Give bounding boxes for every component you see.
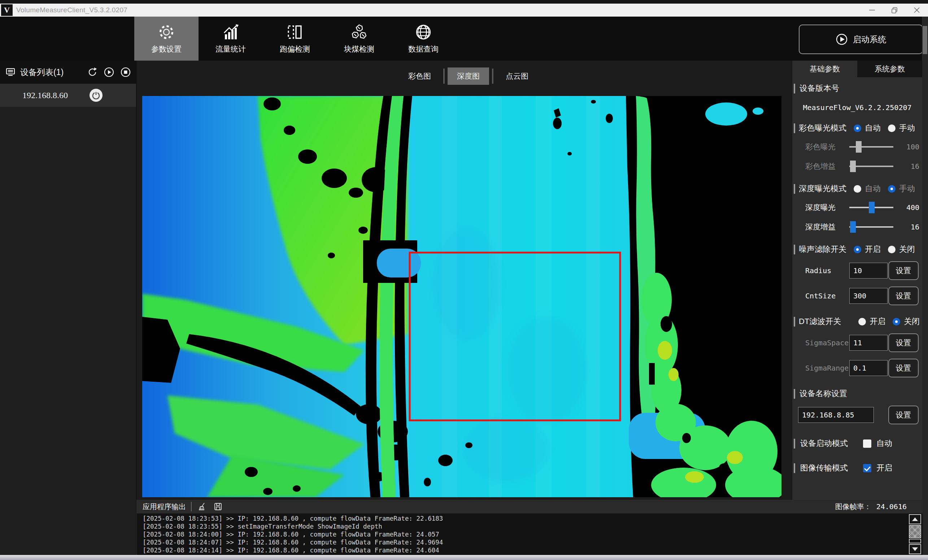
nav-tabs: 参数设置 流量统计 跑偏检测 <box>134 17 455 61</box>
refresh-icon <box>87 67 98 78</box>
depth-exposure-slider[interactable] <box>849 201 893 214</box>
color-exposure-mode-row: 彩色曝光模式 自动 手动 <box>794 123 922 134</box>
color-gain-label: 彩色增益 <box>805 161 844 171</box>
depth-manual-label: 手动 <box>899 183 915 194</box>
color-exposure-slider[interactable] <box>849 141 893 153</box>
titlebar: V VolumeMeasureClient_V5.3.2.0207 <box>0 4 928 17</box>
depth-gain-row: 深度增益 16 <box>805 221 919 233</box>
cntsize-input[interactable] <box>849 288 888 304</box>
log-title: 应用程序输出 <box>143 502 186 512</box>
section-accent-bar <box>794 439 795 449</box>
deviation-icon <box>286 23 304 41</box>
scroll-down-button[interactable] <box>909 544 921 554</box>
tab-color-image[interactable]: 彩色图 <box>399 67 440 85</box>
sigmarange-input[interactable] <box>849 360 888 376</box>
depth-gain-slider[interactable] <box>849 221 893 233</box>
color-exposure-label: 彩色曝光 <box>805 142 844 152</box>
globe-icon <box>415 23 432 41</box>
depth-exposure-mode-label: 深度曝光模式 <box>799 183 846 194</box>
color-gain-row: 彩色增益 16 <box>805 160 919 172</box>
depth-gain-value: 16 <box>898 223 919 231</box>
device-row[interactable]: 192.168.8.60 <box>0 84 136 107</box>
device-name-row: 设置 <box>798 406 919 424</box>
stop-all-button[interactable] <box>120 67 131 78</box>
noise-on-radio[interactable] <box>854 246 861 253</box>
window-scrollbar-thumb[interactable] <box>923 26 927 54</box>
boot-auto-checkbox[interactable] <box>863 439 872 448</box>
noise-on-label: 开启 <box>865 244 881 255</box>
close-button[interactable] <box>906 4 928 17</box>
color-manual-radio[interactable] <box>888 125 896 132</box>
sigmaspace-input[interactable] <box>849 335 888 351</box>
dt-on-radio[interactable] <box>858 318 866 325</box>
play-circle-icon <box>836 33 848 46</box>
device-name-input[interactable] <box>798 407 874 423</box>
log-output[interactable]: [2025-02-08 18:23:53] >> IP: 192.168.8.6… <box>137 513 908 555</box>
dt-off-radio[interactable] <box>893 318 900 325</box>
color-auto-radio[interactable] <box>854 125 861 132</box>
cntsize-row: CntSize 设置 <box>805 287 919 305</box>
save-icon <box>213 502 223 511</box>
depth-auto-radio[interactable] <box>854 185 861 193</box>
log-scrollbar-track[interactable] <box>909 539 921 543</box>
clear-log-button[interactable] <box>197 501 208 512</box>
dt-on-label: 开启 <box>870 316 885 327</box>
nav-tab-deviation-detection[interactable]: 跑偏检测 <box>263 17 327 61</box>
radius-set-button[interactable]: 设置 <box>888 261 919 280</box>
device-name-set-button[interactable]: 设置 <box>888 406 919 424</box>
nav-tab-label: 流量统计 <box>215 44 246 54</box>
device-list-icon <box>5 67 16 78</box>
device-version-label: 设备版本号 <box>800 83 839 94</box>
depth-manual-radio[interactable] <box>888 185 896 193</box>
radius-input[interactable] <box>849 263 888 279</box>
minimize-button[interactable] <box>861 4 883 17</box>
depth-map-view[interactable] <box>142 96 781 497</box>
play-all-button[interactable] <box>104 67 114 78</box>
device-list-actions <box>87 67 131 78</box>
tab-system-parameters[interactable]: 系统参数 <box>857 61 922 77</box>
radius-row: Radius 设置 <box>805 261 919 280</box>
depth-gain-label: 深度增益 <box>805 222 844 232</box>
log-header-separator <box>191 502 192 511</box>
color-gain-slider[interactable] <box>849 160 893 172</box>
device-power-button[interactable] <box>90 89 102 102</box>
image-view-tabs: 彩色图 深度图 点云图 <box>399 67 538 85</box>
nav-tab-label: 跑偏检测 <box>280 44 310 54</box>
tab-depth-image[interactable]: 深度图 <box>447 67 489 85</box>
section-accent-bar <box>794 245 795 254</box>
window-title: VolumeMeasureClient_V5.3.2.0207 <box>16 6 127 14</box>
sigmarange-set-button[interactable]: 设置 <box>888 359 919 377</box>
transfer-mode-label: 图像传输模式 <box>800 462 848 473</box>
log-scrollbar[interactable] <box>909 514 921 554</box>
window-scrollbar[interactable] <box>922 17 928 555</box>
nav-tab-flow-statistics[interactable]: 流量统计 <box>198 17 263 61</box>
device-list-title: 设备列表(1) <box>20 67 64 78</box>
device-sidebar: 设备列表(1) 192.168.8.60 <box>0 61 136 555</box>
scroll-up-button[interactable] <box>909 514 921 524</box>
cntsize-set-button[interactable]: 设置 <box>888 287 919 305</box>
framerate-indicator: 图像帧率： 24.0616 <box>835 502 907 512</box>
start-system-button[interactable]: 启动系统 <box>799 24 923 54</box>
log-line: [2025-02-08 18:24:00] >> IP: 192.168.8.6… <box>143 530 908 539</box>
nav-tab-parameter-settings[interactable]: 参数设置 <box>134 17 198 61</box>
restore-button[interactable] <box>883 4 906 17</box>
log-scrollbar-thumb[interactable] <box>909 525 921 538</box>
transfer-on-checkbox[interactable] <box>863 464 872 472</box>
play-icon <box>104 67 114 78</box>
noise-off-radio[interactable] <box>888 246 896 253</box>
window-controls <box>861 4 928 17</box>
nav-tab-lump-coal-detection[interactable]: 块煤检测 <box>327 17 391 61</box>
nav-tab-label: 数据查询 <box>408 44 438 54</box>
tab-point-cloud[interactable]: 点云图 <box>496 67 538 85</box>
sigmaspace-set-button[interactable]: 设置 <box>888 333 919 352</box>
save-log-button[interactable] <box>212 501 223 512</box>
depth-exposure-mode-row: 深度曝光模式 自动 手动 <box>794 183 922 194</box>
color-auto-label: 自动 <box>865 123 881 134</box>
stop-icon <box>120 67 131 78</box>
log-line: [2025-02-08 18:24:07] >> IP: 192.168.8.6… <box>143 539 908 546</box>
refresh-button[interactable] <box>87 67 98 78</box>
tab-basic-parameters[interactable]: 基础参数 <box>792 61 857 77</box>
nav-tab-data-query[interactable]: 数据查询 <box>391 17 455 61</box>
log-line: [2025-02-08 18:23:53] >> IP: 192.168.8.6… <box>143 514 908 522</box>
sigmaspace-label: SigmaSpace <box>805 339 849 347</box>
